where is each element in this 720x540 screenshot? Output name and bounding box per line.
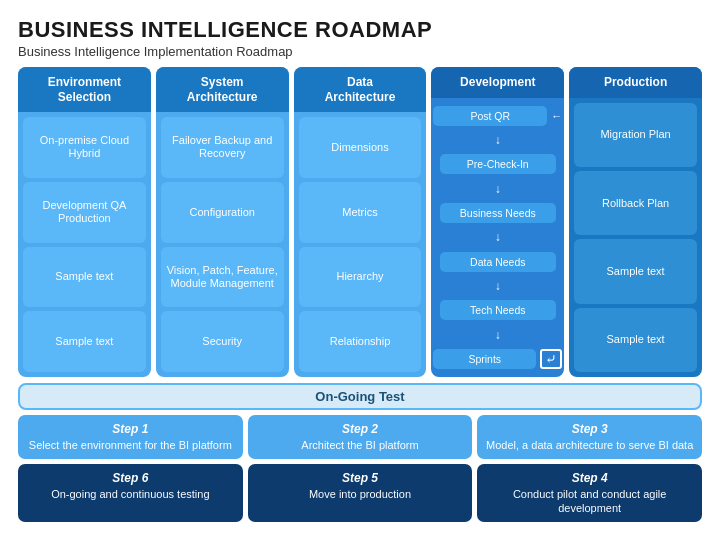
dev-step-dataneeds: Data Needs (440, 252, 556, 272)
col-data-architecture: DataArchitecture Dimensions Metrics Hier… (294, 67, 427, 377)
list-item: Failover Backup and Recovery (161, 117, 284, 178)
col-env-header: EnvironmentSelection (18, 67, 151, 112)
col-production: Production Migration Plan Rollback Plan … (569, 67, 702, 377)
arrow-icon: ↓ (495, 134, 501, 146)
list-item: Hierarchy (299, 247, 422, 308)
dev-step-techneeds: Tech Needs (440, 300, 556, 320)
arrow-icon: ← (551, 110, 562, 122)
step-2-card: Step 2 Architect the BI platform (248, 415, 473, 459)
dev-step-businessneeds: Business Needs (440, 203, 556, 223)
col-data-body: Dimensions Metrics Hierarchy Relationshi… (294, 112, 427, 377)
arrow-icon: ↓ (495, 183, 501, 195)
list-item: Metrics (299, 182, 422, 243)
col-sys-body: Failover Backup and Recovery Configurati… (156, 112, 289, 377)
list-item: Dimensions (299, 117, 422, 178)
step-3-label: Step 3 (485, 422, 694, 438)
list-item: Development QA Production (23, 182, 146, 243)
step-6-card: Step 6 On-going and continuous testing (18, 464, 243, 522)
list-item: Sample text (23, 311, 146, 372)
list-item: Vision, Patch, Feature, Module Managemen… (161, 247, 284, 308)
step-1-label: Step 1 (26, 422, 235, 438)
step-6-label: Step 6 (26, 471, 235, 487)
col-prod-header: Production (569, 67, 702, 97)
list-item: Migration Plan (574, 103, 697, 167)
arrow-icon: ↓ (495, 329, 501, 341)
list-item: Security (161, 311, 284, 372)
step-3-card: Step 3 Model, a data architecture to ser… (477, 415, 702, 459)
col-env-body: On-premise Cloud Hybrid Development QA P… (18, 112, 151, 377)
dev-step-sprints: Sprints (433, 349, 536, 369)
step-4-label: Step 4 (485, 471, 694, 487)
col-system-architecture: SystemArchitecture Failover Backup and R… (156, 67, 289, 377)
dev-step-precheckin: Pre-Check-In (440, 154, 556, 174)
step-2-label: Step 2 (256, 422, 465, 438)
slide: BUSINESS INTELLIGENCE ROADMAP Business I… (0, 0, 720, 540)
col-prod-body: Migration Plan Rollback Plan Sample text… (569, 98, 702, 378)
col-sys-header: SystemArchitecture (156, 67, 289, 112)
list-item: Sample text (574, 239, 697, 303)
steps-grid: Step 1 Select the environment for the BI… (18, 415, 702, 522)
ongoing-test-banner: On-Going Test (18, 383, 702, 410)
dev-flow: Post QR ← ↓ Pre-Check-In ↓ Business Need… (431, 98, 564, 378)
page-title: BUSINESS INTELLIGENCE ROADMAP (18, 18, 702, 42)
list-item: Relationship (299, 311, 422, 372)
arrow-icon: ↓ (495, 231, 501, 243)
list-item: Configuration (161, 182, 284, 243)
col-environment: EnvironmentSelection On-premise Cloud Hy… (18, 67, 151, 377)
step-1-card: Step 1 Select the environment for the BI… (18, 415, 243, 459)
step-4-card: Step 4 Conduct pilot and conduct agile d… (477, 464, 702, 522)
list-item: Rollback Plan (574, 171, 697, 235)
step-5-label: Step 5 (256, 471, 465, 487)
col-data-header: DataArchitecture (294, 67, 427, 112)
main-grid: EnvironmentSelection On-premise Cloud Hy… (18, 67, 702, 377)
page-subtitle: Business Intelligence Implementation Roa… (18, 44, 702, 59)
arrow-icon: ↓ (495, 280, 501, 292)
list-item: Sample text (23, 247, 146, 308)
dev-step-postqr: Post QR (433, 106, 547, 126)
list-item: Sample text (574, 308, 697, 372)
col-development: Development Post QR ← ↓ Pre-Check-In ↓ B… (431, 67, 564, 377)
sprints-box-icon: ⤶ (540, 349, 562, 369)
step-5-card: Step 5 Move into production (248, 464, 473, 522)
col-dev-header: Development (431, 67, 564, 97)
list-item: On-premise Cloud Hybrid (23, 117, 146, 178)
